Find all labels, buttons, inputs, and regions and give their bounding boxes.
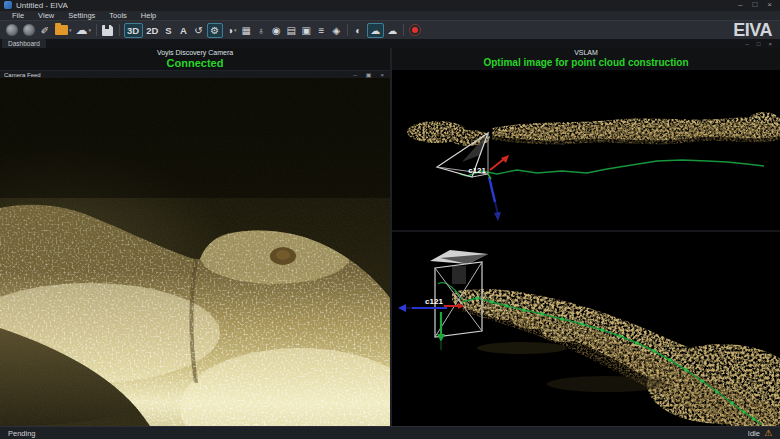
- processing-button[interactable]: ⚙: [207, 23, 223, 38]
- dropdown-caret-icon: ▾: [69, 27, 72, 33]
- toolbar-icon: ☁: [76, 24, 88, 37]
- vslam-status-header: VSLAM Optimal image for point cloud cons…: [392, 48, 780, 70]
- record-button[interactable]: [408, 23, 423, 38]
- toolbar-icon: 3D: [127, 24, 139, 37]
- toolbar-icon: [102, 25, 113, 36]
- main-area: Voyis Discovery Camera Connected Camera …: [0, 48, 780, 426]
- dropdown-caret-icon: ▾: [234, 27, 237, 33]
- toolbar: ✐ ▾ ☁ ▾: [0, 20, 780, 39]
- pane-minimize-button[interactable]: –: [746, 41, 749, 47]
- globe-marker-button[interactable]: ♁: [255, 23, 268, 38]
- track-button[interactable]: ≡: [315, 23, 328, 38]
- pane-maximize-button[interactable]: □: [757, 41, 761, 47]
- vslam-panel: VSLAM Optimal image for point cloud cons…: [392, 48, 780, 426]
- north-pointer-button[interactable]: A: [177, 23, 190, 38]
- camera-close-button[interactable]: ×: [380, 72, 384, 78]
- menu-item[interactable]: Tools: [103, 11, 133, 20]
- tab-dashboard[interactable]: Dashboard: [2, 39, 46, 48]
- window-controls: –□×: [738, 1, 776, 9]
- application-window: Untitled - EIVA –□× FileViewSettingsTool…: [0, 0, 780, 439]
- tab-row: Dashboard –□×: [0, 39, 780, 48]
- menu-bar: FileViewSettingsToolsHelp: [0, 11, 780, 21]
- toolbar-icon: ◈: [332, 24, 340, 37]
- vslam-side-view[interactable]: c121: [392, 70, 780, 230]
- toolbar-icon: ◉: [272, 24, 281, 37]
- toolbar-icon: ✐: [41, 24, 49, 37]
- cloud-upload-button[interactable]: ☁ ▾: [75, 23, 93, 38]
- window-close-button[interactable]: ×: [767, 1, 772, 9]
- device-title: Voyis Discovery Camera: [157, 49, 233, 57]
- toolbar-icon: S: [165, 24, 171, 37]
- toolbar-icon: ↺: [194, 24, 202, 37]
- toolbar-buttons: ✐ ▾ ☁ ▾: [4, 23, 424, 38]
- snapshot-button[interactable]: ▣: [300, 23, 313, 38]
- camera-status-header: Voyis Discovery Camera Connected: [0, 48, 390, 70]
- toolbar-icon: ▤: [287, 24, 296, 37]
- status-disc-icon-2[interactable]: [22, 23, 37, 38]
- warning-icon[interactable]: ⚠: [764, 428, 772, 438]
- camera-feed-controls: –▣×: [353, 72, 386, 78]
- status-idle: Idle: [748, 429, 760, 438]
- status-pending: Pending: [0, 429, 748, 438]
- toolbar-separator-3: [347, 24, 348, 36]
- status-bar: Pending Idle ⚠: [0, 426, 780, 439]
- camera-feed-title: Camera Feed: [4, 72, 353, 78]
- import-data-button[interactable]: ▾: [54, 23, 73, 38]
- window-maximize-button[interactable]: □: [752, 1, 757, 9]
- toolbar-icon: ◑: [227, 24, 233, 37]
- view-s-button[interactable]: S: [162, 23, 175, 38]
- vslam-perspective-view[interactable]: c121: [392, 232, 780, 426]
- app-icon: [4, 1, 12, 9]
- pointcloud-button[interactable]: ☁: [386, 23, 399, 38]
- toolbar-icon: [23, 24, 35, 36]
- window-minimize-button[interactable]: –: [738, 1, 742, 9]
- camera-feed-view: [0, 78, 390, 426]
- map-button[interactable]: ▤: [285, 23, 298, 38]
- toolbar-separator-2: [119, 24, 120, 36]
- menu-item[interactable]: View: [32, 11, 60, 20]
- camera-feed-titlebar: Camera Feed –▣×: [0, 70, 390, 78]
- toolbar-icon: ♁: [258, 24, 266, 37]
- title-bar: Untitled - EIVA –□×: [0, 0, 780, 11]
- camera-label: c121: [468, 166, 486, 175]
- menu-item[interactable]: File: [6, 11, 30, 20]
- status-disc-icon-1[interactable]: [5, 23, 20, 38]
- headlight-button[interactable]: ◐: [352, 23, 365, 38]
- connector-tool-icon[interactable]: ✐: [39, 23, 52, 38]
- toolbar-icon: A: [180, 24, 187, 37]
- dropdown-caret-icon: ▾: [89, 27, 92, 33]
- toolbar-icon: [409, 24, 421, 36]
- toolbar-icon: [6, 24, 18, 36]
- window-title: Untitled - EIVA: [16, 1, 738, 10]
- orbit-button[interactable]: ↺: [192, 23, 205, 38]
- camera-maximize-button[interactable]: ▣: [366, 72, 372, 78]
- menu-item[interactable]: Settings: [62, 11, 101, 20]
- camera-minimize-button[interactable]: –: [353, 72, 356, 78]
- toolbar-icon: 2D: [146, 24, 158, 37]
- toolbar-icon: ▣: [302, 24, 311, 37]
- toolbar-icon: ▦: [242, 24, 251, 37]
- toolbar-icon: ☁: [387, 24, 397, 37]
- connection-status: Connected: [167, 57, 224, 69]
- save-button[interactable]: [101, 23, 115, 38]
- globe-button[interactable]: ◉: [270, 23, 283, 38]
- toolbar-icon: ⚙: [210, 24, 219, 37]
- pointcloud-live-button[interactable]: ☁: [367, 23, 384, 38]
- view-2d-button[interactable]: 2D: [145, 23, 160, 38]
- pane-controls: –□×: [746, 41, 780, 47]
- toolbar-icon: [55, 25, 68, 35]
- view-3d-button[interactable]: 3D: [124, 23, 143, 38]
- grid-button[interactable]: ▦: [240, 23, 253, 38]
- target-button[interactable]: ◈: [330, 23, 343, 38]
- camera-label: c121: [425, 297, 443, 306]
- toolbar-icon: ≡: [318, 24, 324, 37]
- toolbar-icon: ☁: [370, 24, 380, 37]
- toolbar-icon: ◐: [355, 24, 361, 37]
- vslam-status: Optimal image for point cloud constructi…: [483, 57, 688, 69]
- toolbar-separator-4: [403, 24, 404, 36]
- camera-panel: Voyis Discovery Camera Connected Camera …: [0, 48, 390, 426]
- eiva-logo: EIVA: [733, 20, 776, 41]
- menu-item[interactable]: Help: [135, 11, 162, 20]
- sphere-view-button[interactable]: ◑ ▾: [225, 23, 238, 38]
- pane-close-button[interactable]: ×: [768, 41, 772, 47]
